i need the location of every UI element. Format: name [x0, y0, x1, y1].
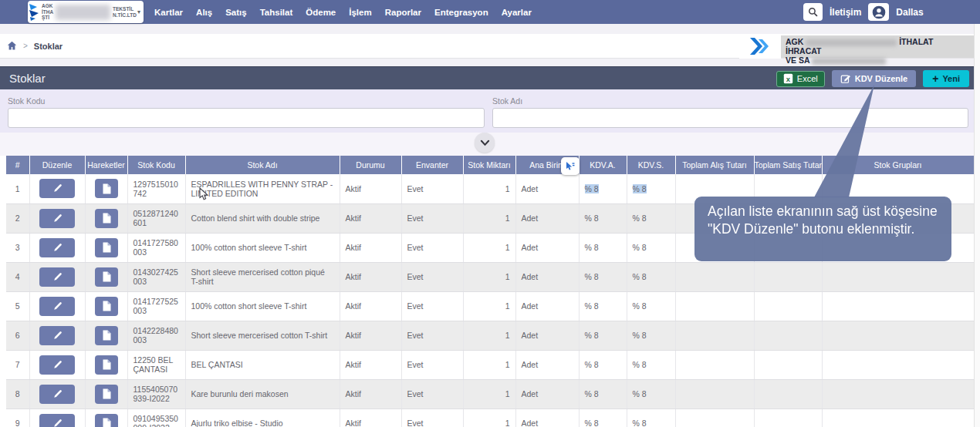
nav-item-tahsilat[interactable]: Tahsilat: [260, 8, 293, 17]
stok-miktari-cell: 1: [463, 291, 515, 321]
home-icon[interactable]: [7, 41, 17, 51]
logo-text-right: TEKSTİLN.TİC.LTD: [113, 6, 137, 18]
kdv-satis-cell: % 8: [627, 291, 675, 321]
stok-adi-cell: 100% cotton short sleeve T-shirt: [185, 291, 340, 321]
ana-birim-cell: Adet: [515, 174, 579, 203]
durumu-cell: Aktif: [340, 291, 401, 321]
stok-miktari-cell: 1: [463, 233, 515, 262]
nav-item-ilem[interactable]: İşlem: [349, 8, 371, 17]
movements-button[interactable]: [95, 267, 118, 287]
contact-link[interactable]: İletişim: [830, 7, 861, 18]
stok-gruplari-cell: [822, 409, 974, 427]
toplam-alis-cell: [675, 409, 754, 427]
nav-item-al[interactable]: Alış: [196, 8, 212, 17]
envanter-cell: Evet: [401, 350, 463, 379]
nav-item-kartlar[interactable]: Kartlar: [154, 8, 183, 17]
nav-item-deme[interactable]: Ödeme: [306, 8, 336, 17]
row-number: 1: [6, 174, 29, 203]
edit-button[interactable]: [39, 179, 75, 198]
edit-button[interactable]: [39, 355, 75, 375]
movements-button[interactable]: [95, 355, 118, 375]
company-name-banner: AGK İTHALAT İHRACAT VE SA: [781, 35, 974, 58]
excel-icon: x: [783, 73, 793, 84]
stok-gruplari-cell: [822, 262, 974, 291]
movements-button[interactable]: [95, 385, 118, 404]
scrollbar-track[interactable]: [974, 24, 980, 427]
row-number: 4: [6, 262, 29, 291]
kdv-alis-cell: % 8: [579, 350, 627, 379]
edit-button[interactable]: [39, 209, 75, 228]
user-button[interactable]: [868, 3, 889, 21]
toplam-satis-cell: [754, 379, 822, 409]
stok-kodu-cell: 0512871240601: [127, 203, 185, 233]
kdv-alis-cell: % 8: [579, 262, 627, 291]
user-name[interactable]: Dallas: [896, 7, 923, 18]
stok-adi-input[interactable]: [492, 108, 968, 128]
column-header[interactable]: Düzenle: [29, 156, 85, 174]
stok-kodu-input[interactable]: [8, 108, 485, 128]
stok-adi-cell: Cotton blend shirt with double stripe: [185, 203, 340, 233]
movements-button[interactable]: [95, 414, 118, 427]
new-record-button[interactable]: + Yeni: [923, 70, 969, 87]
edit-button[interactable]: [39, 297, 75, 316]
document-icon: [102, 183, 111, 194]
stok-kodu-cell: 0141727525003: [127, 291, 185, 321]
pencil-icon: [52, 360, 63, 370]
stok-gruplari-cell: [822, 321, 974, 350]
nav-item-raporlar[interactable]: Raporlar: [385, 8, 421, 17]
document-icon: [102, 301, 111, 311]
edit-button[interactable]: [39, 267, 75, 287]
redacted-logo-text: [56, 5, 110, 20]
row-number: 7: [6, 350, 29, 379]
column-header[interactable]: Stok Adı: [185, 156, 340, 174]
logo-caret-icon: ▾: [137, 8, 140, 15]
movements-button[interactable]: [95, 179, 118, 198]
column-header[interactable]: Stok Miktarı: [463, 156, 515, 174]
company-logo-dropdown[interactable]: AGKİTHAŞTİ TEKSTİLN.TİC.LTD ▾: [28, 1, 144, 23]
movements-button[interactable]: [95, 326, 118, 345]
stok-miktari-cell: 1: [463, 350, 515, 379]
column-header[interactable]: Toplam Alış Tutarı: [675, 156, 754, 174]
search-button[interactable]: [803, 3, 823, 21]
kdv-alis-cell: % 8: [579, 321, 627, 350]
kdv-satis-cell: % 8: [627, 262, 675, 291]
pencil-icon: [52, 419, 63, 427]
edit-button[interactable]: [39, 414, 75, 427]
column-header[interactable]: KDV.S.: [627, 156, 675, 174]
stok-gruplari-cell: [822, 350, 974, 379]
column-header[interactable]: Durumu: [340, 156, 401, 174]
collapse-filters-button[interactable]: [475, 133, 495, 153]
movements-button[interactable]: [95, 297, 118, 316]
toplam-satis-cell: [754, 291, 822, 321]
annotation-callout: Açılan liste ekranının sağ üst köşesine …: [694, 197, 951, 261]
table-row: 9 0910495350009-I2022 Ajurlu triko elbis…: [6, 409, 974, 427]
column-header[interactable]: Stok Kodu: [127, 156, 185, 174]
edit-button[interactable]: [39, 385, 75, 404]
svg-text:x: x: [786, 75, 791, 83]
durumu-cell: Aktif: [340, 321, 401, 350]
edit-button[interactable]: [39, 238, 75, 257]
stok-kodu-cell: 0142228480003: [127, 321, 185, 350]
movements-button[interactable]: [95, 209, 118, 228]
document-icon: [102, 418, 111, 427]
search-icon: [808, 7, 819, 18]
column-header[interactable]: Envanter: [401, 156, 463, 174]
stok-gruplari-cell: [822, 291, 974, 321]
column-header[interactable]: Hareketler: [85, 156, 127, 174]
edit-button[interactable]: [39, 326, 75, 345]
nav-item-entegrasyon[interactable]: Entegrasyon: [434, 8, 488, 17]
document-icon: [102, 388, 111, 399]
durumu-cell: Aktif: [340, 203, 401, 233]
column-header[interactable]: #: [6, 156, 29, 174]
column-header[interactable]: KDV.A.: [579, 156, 627, 174]
nav-item-ayarlar[interactable]: Ayarlar: [502, 8, 532, 17]
movements-button[interactable]: [95, 238, 118, 257]
durumu-cell: Aktif: [340, 409, 401, 427]
nav-item-sat[interactable]: Satış: [225, 8, 247, 17]
document-icon: [102, 359, 111, 370]
stok-adi-cell: 100% cotton short sleeve T-shirt: [185, 233, 340, 262]
breadcrumb-chevron-icon: >: [23, 42, 28, 50]
breadcrumb-current[interactable]: Stoklar: [34, 42, 63, 51]
durumu-cell: Aktif: [340, 262, 401, 291]
company-logo-icon: [749, 38, 771, 55]
